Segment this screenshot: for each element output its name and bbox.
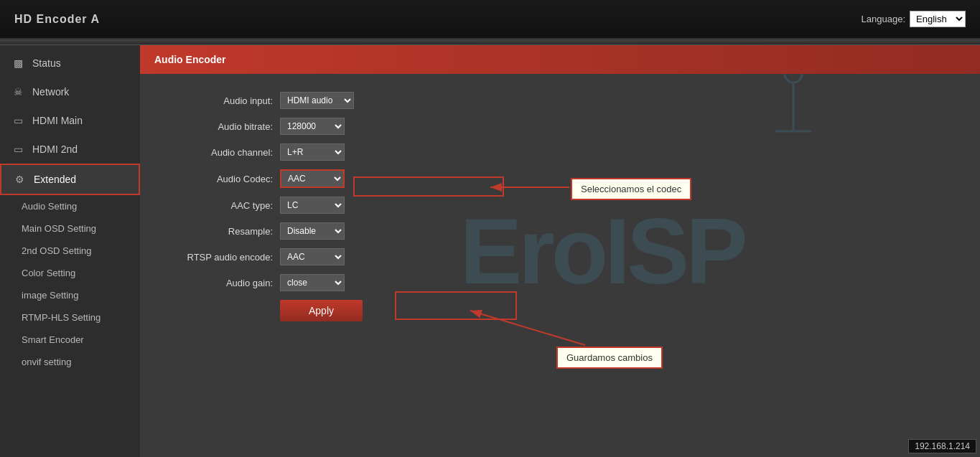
- audio-gain-select[interactable]: close low medium high: [280, 274, 345, 291]
- header-divider: [0, 39, 980, 45]
- form-area: Audio input: HDMI audio Analog audio Aud…: [140, 74, 980, 348]
- apply-button[interactable]: Apply: [280, 300, 363, 321]
- ip-address: 192.168.1.214: [908, 439, 976, 453]
- audio-channel-select[interactable]: L+R L R: [280, 143, 345, 161]
- sidebar-sub-onvif[interactable]: onvif setting: [0, 351, 140, 373]
- audio-gain-label: Audio gain:: [169, 278, 280, 288]
- codec-callout: Seleccionamos el codec: [571, 178, 691, 200]
- sidebar-sub-2nd-osd[interactable]: 2nd OSD Setting: [0, 240, 140, 262]
- sidebar-sub-image-setting[interactable]: image Setting: [0, 284, 140, 306]
- audio-input-row: Audio input: HDMI audio Analog audio: [169, 92, 951, 109]
- apply-row: Apply: [169, 300, 951, 321]
- language-label: Language:: [862, 14, 905, 24]
- audio-channel-row: Audio channel: L+R L R: [169, 143, 951, 161]
- sidebar-label-extended: Extended: [34, 174, 76, 185]
- audio-bitrate-label: Audio bitrate:: [169, 121, 280, 132]
- language-selector-area: Language: English Chinese: [862, 11, 966, 27]
- sidebar-item-extended[interactable]: ⚙ Extended: [0, 164, 140, 195]
- aac-type-label: AAC type:: [169, 200, 280, 211]
- sidebar-sub-smart-encoder[interactable]: Smart Encoder: [0, 329, 140, 351]
- rtsp-audio-label: RTSP audio encode:: [169, 252, 280, 263]
- audio-channel-label: Audio channel:: [169, 147, 280, 158]
- resample-row: Resample: Disable Enable: [169, 222, 951, 240]
- audio-input-label: Audio input:: [169, 95, 280, 106]
- sidebar: ▩ Status ☠ Network ▭ HDMI Main ▭ HDMI 2n…: [0, 45, 140, 457]
- display2-icon: ▭: [11, 142, 25, 156]
- display-icon: ▭: [11, 113, 25, 128]
- sidebar-sub-rtmp-hls[interactable]: RTMP-HLS Setting: [0, 306, 140, 329]
- globe-icon: ☠: [11, 85, 25, 99]
- main-layout: ▩ Status ☠ Network ▭ HDMI Main ▭ HDMI 2n…: [0, 45, 980, 457]
- rtsp-audio-select[interactable]: AAC MP3: [280, 248, 345, 265]
- sidebar-label-network: Network: [32, 86, 69, 98]
- sidebar-item-hdmi-main[interactable]: ▭ HDMI Main: [0, 106, 140, 135]
- audio-codec-select[interactable]: AAC MP3 G711: [280, 169, 345, 188]
- sidebar-item-network[interactable]: ☠ Network: [0, 77, 140, 106]
- sidebar-sub-audio-setting[interactable]: Audio Setting: [0, 195, 140, 217]
- page-title: Audio Encoder: [154, 54, 226, 65]
- sidebar-sub-color-setting[interactable]: Color Setting: [0, 262, 140, 284]
- resample-label: Resample:: [169, 226, 280, 237]
- language-select[interactable]: English Chinese: [910, 11, 966, 27]
- sidebar-item-hdmi-2nd[interactable]: ▭ HDMI 2nd: [0, 135, 140, 164]
- sidebar-label-hdmi-2nd: HDMI 2nd: [32, 143, 78, 155]
- audio-input-select[interactable]: HDMI audio Analog audio: [280, 92, 354, 109]
- rtsp-audio-row: RTSP audio encode: AAC MP3: [169, 248, 951, 265]
- sidebar-item-status[interactable]: ▩ Status: [0, 49, 140, 77]
- page-title-bar: Audio Encoder: [140, 45, 980, 74]
- gear-icon: ⚙: [12, 172, 27, 187]
- sidebar-label-status: Status: [32, 57, 61, 69]
- audio-gain-row: Audio gain: close low medium high: [169, 274, 951, 291]
- header: HD Encoder A Language: English Chinese: [0, 0, 980, 39]
- aac-type-select[interactable]: LC HE HEv2: [280, 197, 345, 214]
- audio-bitrate-select[interactable]: 128000 64000 256000: [280, 118, 345, 135]
- audio-bitrate-row: Audio bitrate: 128000 64000 256000: [169, 118, 951, 135]
- aac-type-row: AAC type: LC HE HEv2: [169, 197, 951, 214]
- resample-select[interactable]: Disable Enable: [280, 222, 345, 240]
- sidebar-sub-main-osd[interactable]: Main OSD Setting: [0, 217, 140, 240]
- audio-codec-label: Audio Codec:: [169, 174, 280, 184]
- apply-callout: Guardamos cambios: [556, 347, 663, 369]
- app-title: HD Encoder A: [14, 13, 100, 26]
- sidebar-label-hdmi-main: HDMI Main: [32, 115, 83, 126]
- audio-codec-row: Audio Codec: AAC MP3 G711: [169, 169, 951, 188]
- monitor-icon: ▩: [11, 56, 25, 70]
- main-content: EroISP Audio Encoder Audio input: HDMI a…: [140, 45, 980, 457]
